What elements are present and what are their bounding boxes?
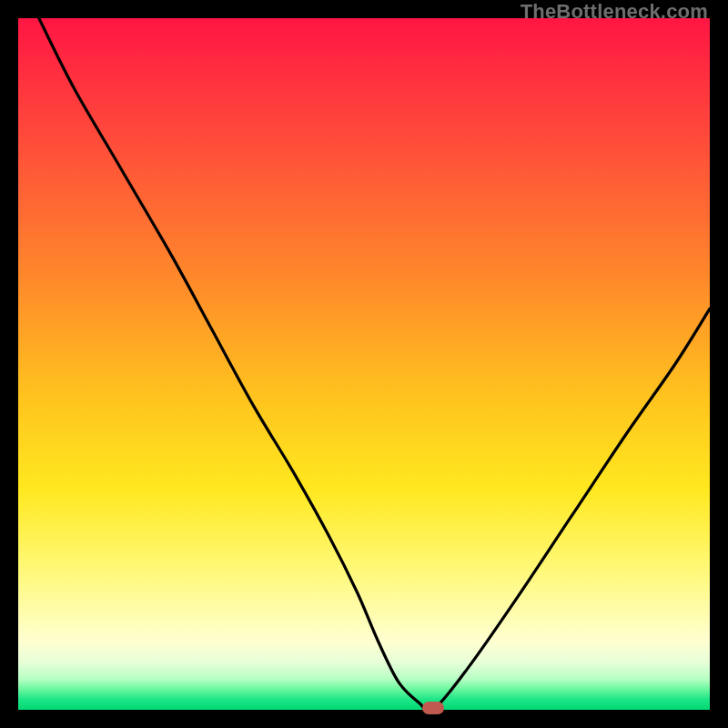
chart-frame: TheBottleneck.com bbox=[0, 0, 728, 728]
plot-area bbox=[18, 18, 710, 710]
bottleneck-curve bbox=[18, 18, 710, 710]
optimal-point-marker bbox=[422, 702, 444, 714]
